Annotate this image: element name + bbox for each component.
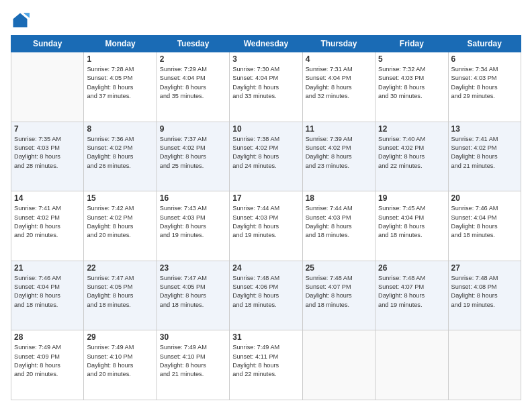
day-info: Sunrise: 7:39 AM Sunset: 4:02 PM Dayligh… xyxy=(306,135,372,171)
calendar-cell: 30Sunrise: 7:49 AM Sunset: 4:10 PM Dayli… xyxy=(157,330,229,400)
calendar-cell: 2Sunrise: 7:29 AM Sunset: 4:04 PM Daylig… xyxy=(157,52,229,122)
day-info: Sunrise: 7:44 AM Sunset: 4:03 PM Dayligh… xyxy=(232,204,299,240)
day-info: Sunrise: 7:48 AM Sunset: 4:07 PM Dayligh… xyxy=(378,274,445,310)
day-number: 7 xyxy=(14,124,81,134)
calendar-cell: 3Sunrise: 7:30 AM Sunset: 4:04 PM Daylig… xyxy=(230,52,302,122)
day-info: Sunrise: 7:47 AM Sunset: 4:05 PM Dayligh… xyxy=(160,274,226,310)
day-number: 18 xyxy=(306,193,372,203)
calendar-cell: 6Sunrise: 7:34 AM Sunset: 4:03 PM Daylig… xyxy=(448,52,521,122)
day-info: Sunrise: 7:31 AM Sunset: 4:04 PM Dayligh… xyxy=(306,65,372,101)
calendar-week-row: 14Sunrise: 7:41 AM Sunset: 4:02 PM Dayli… xyxy=(11,191,521,261)
day-number: 9 xyxy=(160,124,226,134)
day-number: 2 xyxy=(160,54,226,64)
day-info: Sunrise: 7:36 AM Sunset: 4:02 PM Dayligh… xyxy=(87,135,153,171)
calendar-cell xyxy=(375,330,448,400)
day-number: 16 xyxy=(160,193,226,203)
calendar-cell: 22Sunrise: 7:47 AM Sunset: 4:05 PM Dayli… xyxy=(84,261,157,330)
day-number: 29 xyxy=(87,332,153,342)
calendar-cell: 1Sunrise: 7:28 AM Sunset: 4:05 PM Daylig… xyxy=(84,52,157,122)
day-number: 13 xyxy=(451,124,518,134)
calendar-cell: 27Sunrise: 7:48 AM Sunset: 4:08 PM Dayli… xyxy=(448,261,521,330)
day-info: Sunrise: 7:29 AM Sunset: 4:04 PM Dayligh… xyxy=(160,65,226,101)
day-info: Sunrise: 7:47 AM Sunset: 4:05 PM Dayligh… xyxy=(87,274,153,310)
day-number: 23 xyxy=(160,263,226,273)
svg-marker-0 xyxy=(13,13,28,28)
day-number: 30 xyxy=(160,332,226,342)
calendar-cell: 10Sunrise: 7:38 AM Sunset: 4:02 PM Dayli… xyxy=(230,122,302,191)
day-number: 20 xyxy=(451,193,518,203)
day-number: 12 xyxy=(378,124,445,134)
calendar-table: SundayMondayTuesdayWednesdayThursdayFrid… xyxy=(11,35,521,400)
day-number: 8 xyxy=(87,124,153,134)
calendar-week-row: 21Sunrise: 7:46 AM Sunset: 4:04 PM Dayli… xyxy=(11,261,521,330)
day-number: 11 xyxy=(306,124,372,134)
calendar-cell: 14Sunrise: 7:41 AM Sunset: 4:02 PM Dayli… xyxy=(11,191,84,261)
weekday-header-saturday: Saturday xyxy=(448,36,521,52)
calendar-cell: 24Sunrise: 7:48 AM Sunset: 4:06 PM Dayli… xyxy=(230,261,302,330)
page: SundayMondayTuesdayWednesdayThursdayFrid… xyxy=(0,0,532,411)
day-info: Sunrise: 7:48 AM Sunset: 4:08 PM Dayligh… xyxy=(451,274,518,310)
day-info: Sunrise: 7:43 AM Sunset: 4:03 PM Dayligh… xyxy=(160,204,226,240)
day-info: Sunrise: 7:28 AM Sunset: 4:05 PM Dayligh… xyxy=(87,65,153,101)
day-info: Sunrise: 7:30 AM Sunset: 4:04 PM Dayligh… xyxy=(232,65,299,101)
day-info: Sunrise: 7:41 AM Sunset: 4:02 PM Dayligh… xyxy=(14,204,81,240)
day-info: Sunrise: 7:48 AM Sunset: 4:07 PM Dayligh… xyxy=(306,274,372,310)
day-info: Sunrise: 7:42 AM Sunset: 4:02 PM Dayligh… xyxy=(87,204,153,240)
calendar-cell: 21Sunrise: 7:46 AM Sunset: 4:04 PM Dayli… xyxy=(11,261,84,330)
calendar-cell: 8Sunrise: 7:36 AM Sunset: 4:02 PM Daylig… xyxy=(84,122,157,191)
day-info: Sunrise: 7:49 AM Sunset: 4:11 PM Dayligh… xyxy=(232,343,299,379)
calendar-cell: 13Sunrise: 7:41 AM Sunset: 4:02 PM Dayli… xyxy=(448,122,521,191)
calendar-cell: 12Sunrise: 7:40 AM Sunset: 4:02 PM Dayli… xyxy=(375,122,448,191)
day-number: 28 xyxy=(14,332,81,342)
weekday-header-friday: Friday xyxy=(375,36,448,52)
calendar-cell: 18Sunrise: 7:44 AM Sunset: 4:03 PM Dayli… xyxy=(302,191,375,261)
day-info: Sunrise: 7:35 AM Sunset: 4:03 PM Dayligh… xyxy=(14,135,81,171)
day-number: 5 xyxy=(378,54,445,64)
day-number: 19 xyxy=(378,193,445,203)
day-info: Sunrise: 7:32 AM Sunset: 4:03 PM Dayligh… xyxy=(378,65,445,101)
calendar-cell: 7Sunrise: 7:35 AM Sunset: 4:03 PM Daylig… xyxy=(11,122,84,191)
weekday-header-tuesday: Tuesday xyxy=(157,36,229,52)
day-info: Sunrise: 7:46 AM Sunset: 4:04 PM Dayligh… xyxy=(14,274,81,310)
day-number: 10 xyxy=(232,124,299,134)
calendar-cell: 28Sunrise: 7:49 AM Sunset: 4:09 PM Dayli… xyxy=(11,330,84,400)
day-info: Sunrise: 7:49 AM Sunset: 4:10 PM Dayligh… xyxy=(160,343,226,379)
day-info: Sunrise: 7:37 AM Sunset: 4:02 PM Dayligh… xyxy=(160,135,226,171)
calendar-cell: 25Sunrise: 7:48 AM Sunset: 4:07 PM Dayli… xyxy=(302,261,375,330)
day-info: Sunrise: 7:44 AM Sunset: 4:03 PM Dayligh… xyxy=(306,204,372,240)
calendar-cell xyxy=(11,52,84,122)
calendar-week-row: 1Sunrise: 7:28 AM Sunset: 4:05 PM Daylig… xyxy=(11,52,521,122)
day-number: 1 xyxy=(87,54,153,64)
calendar-cell: 9Sunrise: 7:37 AM Sunset: 4:02 PM Daylig… xyxy=(157,122,229,191)
day-info: Sunrise: 7:34 AM Sunset: 4:03 PM Dayligh… xyxy=(451,65,518,101)
day-info: Sunrise: 7:40 AM Sunset: 4:02 PM Dayligh… xyxy=(378,135,445,171)
calendar-cell: 15Sunrise: 7:42 AM Sunset: 4:02 PM Dayli… xyxy=(84,191,157,261)
day-number: 22 xyxy=(87,263,153,273)
day-info: Sunrise: 7:45 AM Sunset: 4:04 PM Dayligh… xyxy=(378,204,445,240)
calendar-week-row: 7Sunrise: 7:35 AM Sunset: 4:03 PM Daylig… xyxy=(11,122,521,191)
calendar-cell: 11Sunrise: 7:39 AM Sunset: 4:02 PM Dayli… xyxy=(302,122,375,191)
weekday-header-thursday: Thursday xyxy=(302,36,375,52)
day-number: 21 xyxy=(14,263,81,273)
logo-icon xyxy=(11,11,30,30)
day-number: 27 xyxy=(451,263,518,273)
weekday-header-sunday: Sunday xyxy=(11,36,84,52)
day-info: Sunrise: 7:46 AM Sunset: 4:04 PM Dayligh… xyxy=(451,204,518,240)
day-number: 15 xyxy=(87,193,153,203)
calendar-cell: 26Sunrise: 7:48 AM Sunset: 4:07 PM Dayli… xyxy=(375,261,448,330)
day-number: 17 xyxy=(232,193,299,203)
day-number: 31 xyxy=(232,332,299,342)
day-info: Sunrise: 7:48 AM Sunset: 4:06 PM Dayligh… xyxy=(232,274,299,310)
calendar-cell xyxy=(302,330,375,400)
weekday-header-monday: Monday xyxy=(84,36,157,52)
day-number: 26 xyxy=(378,263,445,273)
day-number: 3 xyxy=(232,54,299,64)
weekday-header-wednesday: Wednesday xyxy=(230,36,302,52)
weekday-header-row: SundayMondayTuesdayWednesdayThursdayFrid… xyxy=(11,36,521,52)
calendar-cell xyxy=(448,330,521,400)
calendar-cell: 20Sunrise: 7:46 AM Sunset: 4:04 PM Dayli… xyxy=(448,191,521,261)
day-number: 25 xyxy=(306,263,372,273)
calendar-cell: 19Sunrise: 7:45 AM Sunset: 4:04 PM Dayli… xyxy=(375,191,448,261)
day-number: 6 xyxy=(451,54,518,64)
calendar-cell: 23Sunrise: 7:47 AM Sunset: 4:05 PM Dayli… xyxy=(157,261,229,330)
